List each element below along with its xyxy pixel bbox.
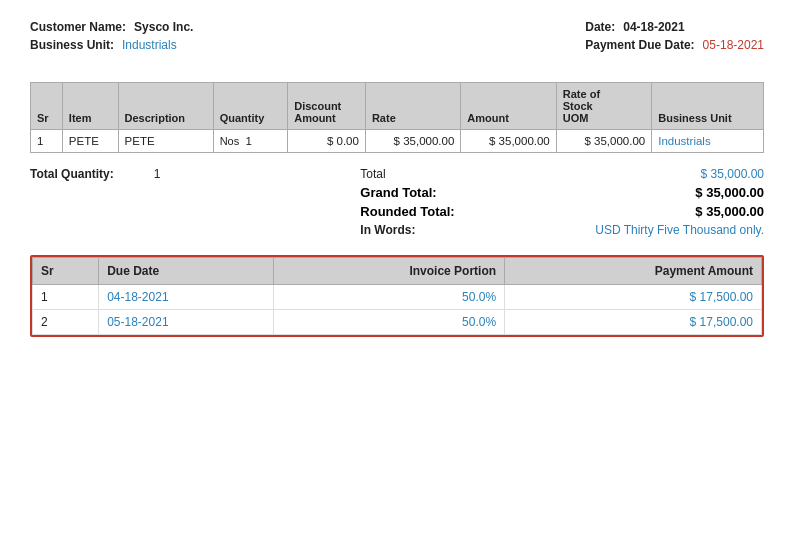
customer-name-value: Sysco Inc. [134, 20, 193, 34]
col-amount: Amount [461, 83, 556, 130]
customer-name-label: Customer Name: [30, 20, 126, 34]
pay-col-sr: Sr [33, 258, 99, 285]
totals-right: Total $ 35,000.00 Grand Total: $ 35,000.… [360, 167, 764, 237]
totals-left: Total Quantity: 1 [30, 167, 160, 237]
col-business-unit: Business Unit [652, 83, 764, 130]
col-item: Item [62, 83, 118, 130]
pay-cell-due-date: 05-18-2021 [99, 310, 274, 335]
header-left: Customer Name: Sysco Inc. Business Unit:… [30, 20, 193, 66]
date-label: Date: [585, 20, 615, 34]
total-label: Total [360, 167, 385, 181]
col-rate-stock: Rate ofStockUOM [556, 83, 651, 130]
payment-schedule-wrapper: Sr Due Date Invoice Portion Payment Amou… [30, 255, 764, 337]
cell-item: PETE [62, 130, 118, 153]
in-words-value: USD Thirty Five Thousand only. [595, 223, 764, 237]
grand-total-label: Grand Total: [360, 185, 436, 200]
pay-cell-payment-amount: $ 17,500.00 [505, 285, 762, 310]
payment-due-row: Payment Due Date: 05-18-2021 [585, 38, 764, 52]
pay-cell-invoice-portion: 50.0% [273, 285, 504, 310]
cell-amount: $ 35,000.00 [461, 130, 556, 153]
customer-name-row: Customer Name: Sysco Inc. [30, 20, 193, 34]
pay-cell-payment-amount: $ 17,500.00 [505, 310, 762, 335]
pay-cell-due-date: 04-18-2021 [99, 285, 274, 310]
cell-rate-stock: $ 35,000.00 [556, 130, 651, 153]
table-row: 1 04-18-2021 50.0% $ 17,500.00 [33, 285, 762, 310]
cell-business-unit: Industrials [652, 130, 764, 153]
payment-table-header-row: Sr Due Date Invoice Portion Payment Amou… [33, 258, 762, 285]
business-unit-label: Business Unit: [30, 38, 114, 52]
items-table-header-row: Sr Item Description Quantity DiscountAmo… [31, 83, 764, 130]
pay-col-payment-amount: Payment Amount [505, 258, 762, 285]
date-row: Date: 04-18-2021 [585, 20, 764, 34]
header-section: Customer Name: Sysco Inc. Business Unit:… [30, 20, 764, 66]
col-sr: Sr [31, 83, 63, 130]
col-description: Description [118, 83, 213, 130]
table-row: 2 05-18-2021 50.0% $ 17,500.00 [33, 310, 762, 335]
rounded-total-row: Rounded Total: $ 35,000.00 [360, 204, 764, 219]
total-row: Total $ 35,000.00 [360, 167, 764, 181]
payment-due-label: Payment Due Date: [585, 38, 694, 52]
date-value: 04-18-2021 [623, 20, 684, 34]
grand-total-value: $ 35,000.00 [695, 185, 764, 200]
in-words-label: In Words: [360, 223, 415, 237]
pay-cell-sr: 2 [33, 310, 99, 335]
total-qty-value: 1 [154, 167, 161, 181]
pay-col-invoice-portion: Invoice Portion [273, 258, 504, 285]
col-discount-amount: DiscountAmount [288, 83, 366, 130]
pay-col-due-date: Due Date [99, 258, 274, 285]
cell-quantity: Nos 1 [213, 130, 288, 153]
business-unit-value: Industrials [122, 38, 177, 52]
payment-due-value: 05-18-2021 [703, 38, 764, 52]
cell-discount: $ 0.00 [288, 130, 366, 153]
total-value: $ 35,000.00 [701, 167, 764, 181]
total-qty-label: Total Quantity: [30, 167, 114, 181]
grand-total-row: Grand Total: $ 35,000.00 [360, 185, 764, 200]
items-table: Sr Item Description Quantity DiscountAmo… [30, 82, 764, 153]
in-words-row: In Words: USD Thirty Five Thousand only. [360, 223, 764, 237]
col-rate: Rate [365, 83, 460, 130]
pay-cell-sr: 1 [33, 285, 99, 310]
cell-description: PETE [118, 130, 213, 153]
table-row: 1 PETE PETE Nos 1 $ 0.00 $ 35,000.00 $ 3… [31, 130, 764, 153]
cell-rate: $ 35,000.00 [365, 130, 460, 153]
payment-schedule-table: Sr Due Date Invoice Portion Payment Amou… [32, 257, 762, 335]
business-unit-section: Business Unit: Industrials [30, 38, 193, 52]
rounded-total-label: Rounded Total: [360, 204, 454, 219]
totals-section: Total Quantity: 1 Total $ 35,000.00 Gran… [30, 167, 764, 237]
col-quantity: Quantity [213, 83, 288, 130]
header-right: Date: 04-18-2021 Payment Due Date: 05-18… [585, 20, 764, 66]
cell-sr: 1 [31, 130, 63, 153]
rounded-total-value: $ 35,000.00 [695, 204, 764, 219]
pay-cell-invoice-portion: 50.0% [273, 310, 504, 335]
